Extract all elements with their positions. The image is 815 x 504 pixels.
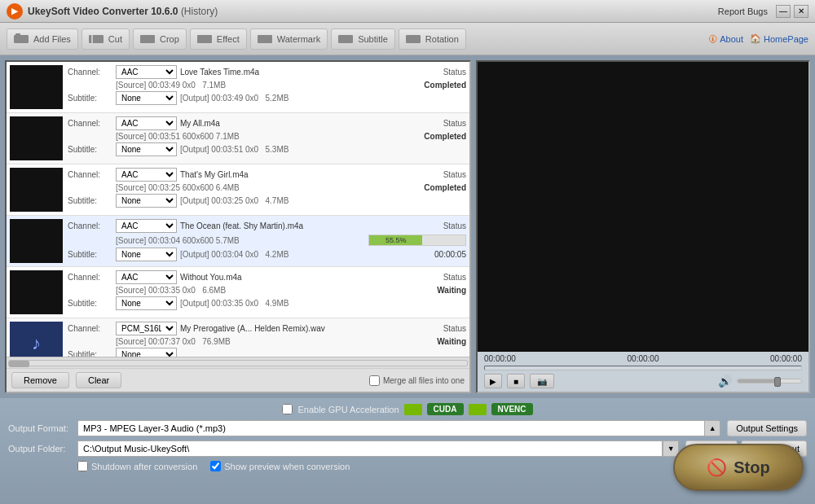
gpu-label: Enable GPU Acceleration xyxy=(297,405,399,414)
output-info: [Output] 00:03:51 0x0 5.3MB xyxy=(180,145,289,154)
list-item: Channel: AAC My All.m4a Status [Source] … xyxy=(7,113,469,164)
subtitle-label: Subtitle: xyxy=(68,250,112,259)
toolbar: Add Files Cut Crop Effect Watermark xyxy=(0,23,815,55)
status-value: Completed xyxy=(424,183,466,192)
crop-icon xyxy=(140,33,156,46)
subtitle-label: Subtitle: xyxy=(68,196,112,205)
output-format-input[interactable] xyxy=(77,420,704,436)
source-info: [Source] 00:03:04 600x600 5.7MB xyxy=(116,236,240,245)
filename: My All.m4a xyxy=(180,119,440,128)
horizontal-scrollbar[interactable] xyxy=(7,357,469,368)
minimize-button[interactable]: — xyxy=(776,5,791,18)
crop-button[interactable]: Crop xyxy=(133,28,187,50)
merge-checkbox[interactable] xyxy=(369,375,380,386)
output-format-row: Output Format: ▲ Output Settings xyxy=(8,420,807,436)
stop-button[interactable]: 🚫 Stop xyxy=(673,444,804,491)
channel-select[interactable]: AAC xyxy=(116,65,177,79)
output-format-arrow[interactable]: ▲ xyxy=(704,420,720,436)
report-bugs-link[interactable]: Report Bugs xyxy=(718,7,768,16)
merge-label: Merge all files into one xyxy=(383,376,465,385)
svg-rect-7 xyxy=(338,35,353,43)
shutdown-checkbox[interactable] xyxy=(77,461,88,471)
effect-button[interactable]: Effect xyxy=(190,28,247,50)
title-bar: ▶ UkeySoft Video Converter 10.6.0 (Histo… xyxy=(0,0,815,23)
subtitle-label: Subtitle: xyxy=(68,350,112,357)
clear-button[interactable]: Clear xyxy=(76,372,121,388)
subtitle-label: Subtitle: xyxy=(68,299,112,308)
homepage-link[interactable]: 🏠 HomePage xyxy=(750,33,808,44)
subtitle-select[interactable]: None xyxy=(116,248,177,261)
output-folder-input[interactable] xyxy=(77,440,663,457)
thumbnail xyxy=(10,168,63,212)
thumbnail xyxy=(10,65,63,109)
status-label: Status xyxy=(443,324,466,333)
effect-icon xyxy=(197,33,214,46)
preview-screen xyxy=(478,62,808,352)
thumbnail: ♪ xyxy=(10,322,63,357)
volume-slider[interactable] xyxy=(737,379,802,383)
subtitle-select[interactable]: None xyxy=(116,142,177,156)
cuda-badge: CUDA xyxy=(427,403,464,415)
progress-fill: 55.5% xyxy=(369,235,422,245)
about-icon: 🛈 xyxy=(708,34,717,44)
main-content: Channel: AAC Love Takes Time.m4a Status … xyxy=(0,55,815,398)
stop-icon: 🚫 xyxy=(707,458,727,477)
svg-rect-0 xyxy=(14,35,29,43)
subtitle-select[interactable]: None xyxy=(116,296,177,310)
list-item: ♪ Channel: PCM_S16LE My Prerogative (A..… xyxy=(7,318,469,357)
subtitle-select[interactable]: None xyxy=(116,194,177,208)
svg-rect-8 xyxy=(406,35,421,43)
remove-button[interactable]: Remove xyxy=(11,372,69,388)
about-link[interactable]: 🛈 About xyxy=(708,34,743,44)
subtitle-label: Subtitle: xyxy=(68,94,112,103)
list-item: Channel: AAC That's My Girl.m4a Status [… xyxy=(7,164,469,216)
filename: Love Takes Time.m4a xyxy=(180,68,440,77)
output-info: [Output] 00:03:25 0x0 4.7MB xyxy=(180,196,289,205)
svg-rect-9 xyxy=(404,404,422,415)
output-folder-label: Output Folder: xyxy=(8,444,77,454)
cut-button[interactable]: Cut xyxy=(82,28,130,50)
close-button[interactable]: ✕ xyxy=(794,5,808,18)
channel-label: Channel: xyxy=(68,273,112,282)
show-preview-checkbox[interactable] xyxy=(210,461,221,471)
rotation-button[interactable]: Rotation xyxy=(399,28,466,50)
subtitle-button[interactable]: Subtitle xyxy=(331,28,395,50)
svg-rect-5 xyxy=(197,35,212,43)
channel-select[interactable]: AAC xyxy=(116,270,177,284)
source-info: [Source] 00:03:49 0x0 7.1MB xyxy=(116,81,226,90)
filename: That's My Girl.m4a xyxy=(180,170,440,179)
channel-select[interactable]: AAC xyxy=(116,219,177,233)
volume-icon: 🔊 xyxy=(718,375,732,388)
nvenc-badge: NVENC xyxy=(491,403,533,415)
conversion-time: 00:00:05 xyxy=(434,250,466,259)
channel-select[interactable]: AAC xyxy=(116,168,177,182)
play-button[interactable]: ▶ xyxy=(484,374,502,388)
app-logo: ▶ xyxy=(7,3,23,20)
add-files-icon xyxy=(14,33,30,46)
stop-button[interactable]: ■ xyxy=(507,374,525,388)
channel-select[interactable]: AAC xyxy=(116,116,177,130)
watermark-button[interactable]: Watermark xyxy=(250,28,328,50)
source-info: [Source] 00:03:35 0x0 6.6MB xyxy=(116,286,226,295)
timecode-end: 00:00:00 xyxy=(770,354,802,363)
snapshot-button[interactable]: 📷 xyxy=(530,374,554,388)
status-label: Status xyxy=(443,119,466,128)
subtitle-select[interactable]: None xyxy=(116,348,177,357)
svg-rect-4 xyxy=(140,35,155,43)
output-settings-button[interactable]: Output Settings xyxy=(727,420,807,436)
channel-label: Channel: xyxy=(68,221,112,230)
output-format-wrapper: ▲ xyxy=(77,420,720,436)
channel-select[interactable]: PCM_S16LE xyxy=(116,322,177,335)
gpu-acceleration-checkbox[interactable] xyxy=(282,404,293,414)
status-label: Status xyxy=(443,221,466,230)
status-value: Waiting xyxy=(437,286,466,295)
subtitle-select[interactable]: None xyxy=(116,91,177,105)
status-value: Completed xyxy=(424,81,466,90)
add-files-button[interactable]: Add Files xyxy=(7,28,78,50)
gpu-row: Enable GPU Acceleration CUDA NVENC xyxy=(8,403,807,415)
cut-icon xyxy=(89,33,105,46)
timecode-current: 00:00:00 xyxy=(628,354,659,363)
preview-timecodes: 00:00:00 00:00:00 00:00:00 xyxy=(478,352,808,366)
file-list-scroll[interactable]: Channel: AAC Love Takes Time.m4a Status … xyxy=(7,62,469,357)
status-label: Status xyxy=(443,170,466,179)
